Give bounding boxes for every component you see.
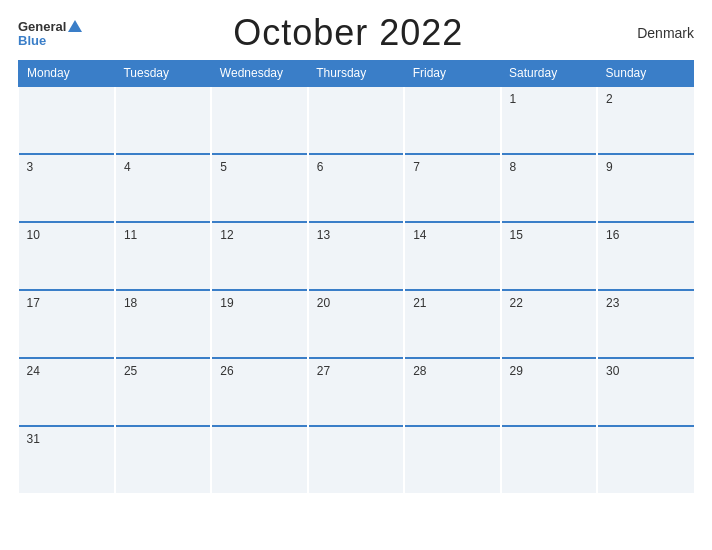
day-num: 17: [27, 296, 40, 310]
table-row: 14: [404, 222, 500, 290]
day-num: 3: [27, 160, 34, 174]
logo-triangle-icon: [68, 20, 82, 32]
col-sunday: Sunday: [597, 61, 693, 87]
table-row: 5: [211, 154, 307, 222]
table-row: [19, 86, 115, 154]
table-row: 17: [19, 290, 115, 358]
table-row: 2: [597, 86, 693, 154]
table-row: [308, 86, 404, 154]
table-row: [211, 86, 307, 154]
day-num: 27: [317, 364, 330, 378]
col-tuesday: Tuesday: [115, 61, 211, 87]
table-row: [597, 426, 693, 494]
table-row: 10: [19, 222, 115, 290]
calendar-title-area: October 2022: [82, 12, 614, 54]
table-row: 30: [597, 358, 693, 426]
table-row: 11: [115, 222, 211, 290]
table-row: 18: [115, 290, 211, 358]
table-row: 16: [597, 222, 693, 290]
table-row: 24: [19, 358, 115, 426]
table-row: [501, 426, 597, 494]
calendar-week-row: 12: [19, 86, 694, 154]
day-num: 31: [27, 432, 40, 446]
calendar-title: October 2022: [233, 12, 463, 53]
logo-blue-text: Blue: [18, 34, 46, 47]
calendar-page: General Blue October 2022 Denmark Monday…: [0, 0, 712, 550]
table-row: [308, 426, 404, 494]
day-num: 20: [317, 296, 330, 310]
day-num: 28: [413, 364, 426, 378]
day-num: 15: [510, 228, 523, 242]
day-num: 16: [606, 228, 619, 242]
table-row: [404, 426, 500, 494]
table-row: 19: [211, 290, 307, 358]
table-row: 4: [115, 154, 211, 222]
day-num: 11: [124, 228, 137, 242]
table-row: 6: [308, 154, 404, 222]
calendar-week-row: 3456789: [19, 154, 694, 222]
col-monday: Monday: [19, 61, 115, 87]
calendar-header-row: Monday Tuesday Wednesday Thursday Friday…: [19, 61, 694, 87]
logo-general-text: General: [18, 20, 66, 33]
day-num: 29: [510, 364, 523, 378]
table-row: 12: [211, 222, 307, 290]
table-row: [404, 86, 500, 154]
table-row: 27: [308, 358, 404, 426]
day-num: 24: [27, 364, 40, 378]
col-saturday: Saturday: [501, 61, 597, 87]
table-row: 3: [19, 154, 115, 222]
day-num: 26: [220, 364, 233, 378]
table-row: 13: [308, 222, 404, 290]
day-num: 7: [413, 160, 420, 174]
day-num: 1: [510, 92, 517, 106]
table-row: 9: [597, 154, 693, 222]
day-num: 4: [124, 160, 131, 174]
day-num: 5: [220, 160, 227, 174]
day-num: 23: [606, 296, 619, 310]
day-num: 12: [220, 228, 233, 242]
table-row: [211, 426, 307, 494]
table-row: 28: [404, 358, 500, 426]
logo: General Blue: [18, 20, 82, 47]
table-row: [115, 426, 211, 494]
day-num: 10: [27, 228, 40, 242]
day-num: 8: [510, 160, 517, 174]
table-row: 29: [501, 358, 597, 426]
day-num: 6: [317, 160, 324, 174]
table-row: 15: [501, 222, 597, 290]
day-num: 14: [413, 228, 426, 242]
day-num: 21: [413, 296, 426, 310]
table-row: 8: [501, 154, 597, 222]
table-row: 20: [308, 290, 404, 358]
table-row: 23: [597, 290, 693, 358]
table-row: 25: [115, 358, 211, 426]
table-row: 21: [404, 290, 500, 358]
table-row: 31: [19, 426, 115, 494]
day-num: 13: [317, 228, 330, 242]
col-wednesday: Wednesday: [211, 61, 307, 87]
day-num: 18: [124, 296, 137, 310]
day-num: 19: [220, 296, 233, 310]
day-num: 30: [606, 364, 619, 378]
calendar-week-row: 10111213141516: [19, 222, 694, 290]
table-row: 26: [211, 358, 307, 426]
col-friday: Friday: [404, 61, 500, 87]
calendar-header: General Blue October 2022 Denmark: [18, 12, 694, 54]
calendar-week-row: 31: [19, 426, 694, 494]
day-num: 2: [606, 92, 613, 106]
col-thursday: Thursday: [308, 61, 404, 87]
day-num: 25: [124, 364, 137, 378]
day-num: 22: [510, 296, 523, 310]
country-label: Denmark: [614, 25, 694, 41]
calendar-table: Monday Tuesday Wednesday Thursday Friday…: [18, 60, 694, 495]
table-row: 7: [404, 154, 500, 222]
day-num: 9: [606, 160, 613, 174]
calendar-week-row: 17181920212223: [19, 290, 694, 358]
table-row: 22: [501, 290, 597, 358]
calendar-week-row: 24252627282930: [19, 358, 694, 426]
table-row: [115, 86, 211, 154]
table-row: 1: [501, 86, 597, 154]
